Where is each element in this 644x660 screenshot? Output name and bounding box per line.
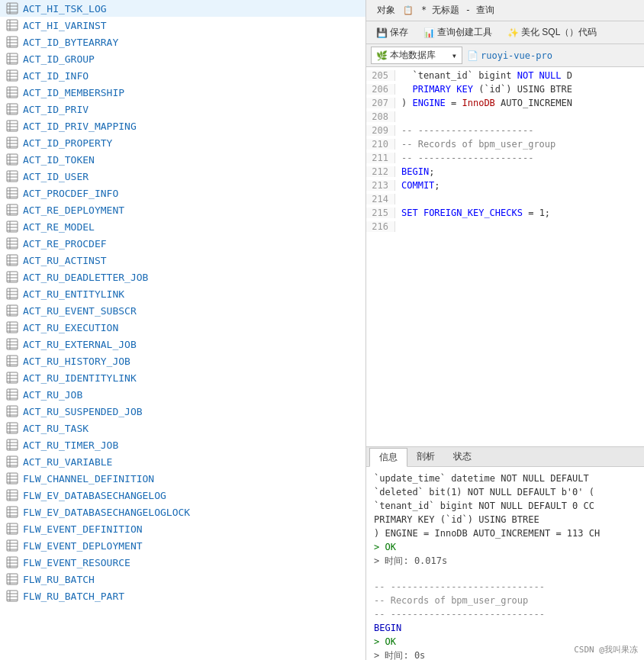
query-tab[interactable]: * 无标题 - 查询 (417, 2, 499, 18)
code-line: 209 -- --------------------- (366, 125, 644, 139)
table-list-item[interactable]: FLW_EV_DATABASECHANGELOGLOCK (0, 504, 365, 520)
table-list-item[interactable]: ACT_RE_MODEL (0, 218, 365, 235)
table-icon (6, 304, 18, 317)
table-name: ACT_ID_USER (23, 171, 89, 182)
table-list-item[interactable]: ACT_RU_VARIABLE (0, 453, 365, 470)
code-line: 207 ) ENGINE = InnoDB AUTO_INCREMEN (366, 98, 644, 111)
bottom-panel: 信息剖析状态 `update_time` datetime NOT NULL D… (366, 446, 644, 660)
table-list-item[interactable]: ACT_RE_PROCDEF (0, 235, 365, 252)
table-list-item[interactable]: FLW_RU_BATCH (0, 571, 365, 588)
code-line: 216 (366, 221, 644, 235)
table-list-item[interactable]: ACT_RE_DEPLOYMENT (0, 201, 365, 218)
table-name: ACT_HI_VARINST (23, 20, 107, 31)
table-name: ACT_RU_EXTERNAL_JOB (23, 339, 137, 350)
local-db-label: 本地数据库 (390, 49, 436, 62)
table-list-item[interactable]: FLW_CHANNEL_DEFINITION (0, 470, 365, 487)
table-list-item[interactable]: ACT_ID_BYTEARRAY (0, 34, 365, 50)
table-icon (6, 120, 18, 132)
table-list-item[interactable]: ACT_ID_PRIV (0, 101, 365, 118)
line-number: 212 (366, 166, 395, 177)
table-list-item[interactable]: FLW_EV_DATABASECHANGELOG (0, 487, 365, 504)
table-list-item[interactable]: ACT_RU_ENTITYLINK (0, 285, 365, 302)
table-list-item[interactable]: ACT_ID_INFO (0, 67, 365, 84)
table-list-scroll[interactable]: ACT_HI_TSK_LOG ACT_HI_VARINST ACT_ID_BYT… (0, 0, 365, 660)
db-name-label: 📄 ruoyi-vue-pro (467, 50, 552, 61)
table-list-item[interactable]: ACT_ID_TOKEN (0, 151, 365, 168)
table-name: ACT_RE_MODEL (23, 221, 95, 233)
table-icon (6, 103, 18, 115)
beautify-button[interactable]: ✨ 美化 SQL（）代码 (502, 24, 602, 41)
table-name: ACT_ID_BYTEARRAY (23, 37, 118, 48)
table-list-item[interactable]: FLW_EVENT_DEFINITION (0, 520, 365, 537)
table-list-item[interactable]: ACT_ID_GROUP (0, 50, 365, 67)
table-list-item[interactable]: ACT_ID_PROPERTY (0, 134, 365, 151)
bottom-content-line (374, 568, 636, 580)
separator: 📋 (403, 5, 414, 15)
table-name: ACT_ID_PRIV (23, 104, 89, 115)
line-number: 214 (366, 194, 395, 204)
table-icon (6, 539, 18, 552)
table-name: ACT_ID_TOKEN (23, 154, 95, 166)
save-button[interactable]: 💾 保存 (371, 24, 414, 41)
table-name: FLW_EV_DATABASECHANGELOG (23, 490, 166, 501)
local-db-select[interactable]: 🌿 本地数据库 ▾ (371, 47, 462, 64)
table-icon (6, 19, 18, 31)
table-list-item[interactable]: ACT_RU_ACTINST (0, 252, 365, 269)
table-icon (6, 590, 18, 602)
table-icon (6, 254, 18, 266)
table-name: ACT_RU_TIMER_JOB (23, 439, 118, 451)
table-list-item[interactable]: ACT_RU_TASK (0, 420, 365, 436)
bottom-tab[interactable]: 信息 (369, 448, 407, 467)
table-icon (6, 170, 18, 182)
left-panel: ACT_HI_TSK_LOG ACT_HI_VARINST ACT_ID_BYT… (0, 0, 366, 660)
table-list-item[interactable]: ACT_HI_VARINST (0, 17, 365, 34)
db-name-text: ruoyi-vue-pro (481, 50, 552, 61)
query-tool-label: 查询创建工具 (437, 26, 492, 39)
table-list-item[interactable]: ACT_RU_EVENT_SUBSCR (0, 302, 365, 319)
table-list-item[interactable]: ACT_RU_IDENTITYLINK (0, 369, 365, 386)
table-list-item[interactable]: ACT_RU_EXTERNAL_JOB (0, 336, 365, 353)
line-number: 215 (366, 208, 395, 218)
line-number: 216 (366, 221, 395, 232)
bottom-content-line: `update_time` datetime NOT NULL DEFAULT (374, 472, 636, 485)
code-line: 214 (366, 194, 644, 208)
table-list-item[interactable]: ACT_PROCDEF_INFO (0, 185, 365, 201)
table-list-item[interactable]: ACT_RU_JOB (0, 386, 365, 403)
line-content: ) ENGINE = InnoDB AUTO_INCREMEN (401, 98, 644, 108)
table-icon (6, 472, 18, 485)
code-lines-scroll[interactable]: 205 `tenant_id` bigint NOT NULL D 206 PR… (366, 67, 644, 446)
code-line: 215 SET FOREIGN_KEY_CHECKS = 1; (366, 208, 644, 221)
table-icon (6, 36, 18, 48)
bottom-tab[interactable]: 剖析 (407, 448, 444, 465)
bottom-tabs: 信息剖析状态 (366, 447, 644, 467)
table-list-item[interactable]: ACT_RU_DEADLETTER_JOB (0, 269, 365, 285)
table-icon (6, 86, 18, 98)
table-name: ACT_ID_MEMBERSHIP (23, 87, 124, 98)
bottom-content-line: -- ---------------------------- (374, 580, 636, 594)
table-list-item[interactable]: ACT_ID_PRIV_MAPPING (0, 118, 365, 134)
table-list-item[interactable]: ACT_HI_TSK_LOG (0, 0, 365, 17)
bottom-tab[interactable]: 状态 (444, 448, 481, 465)
code-line: 205 `tenant_id` bigint NOT NULL D (366, 70, 644, 84)
table-list-item[interactable]: FLW_EVENT_RESOURCE (0, 554, 365, 571)
table-list-item[interactable]: ACT_ID_MEMBERSHIP (0, 84, 365, 101)
table-icon (6, 372, 18, 384)
table-list-item[interactable]: ACT_RU_HISTORY_JOB (0, 353, 365, 369)
table-icon (6, 288, 18, 300)
table-list-item[interactable]: ACT_RU_SUSPENDED_JOB (0, 403, 365, 420)
table-list-item[interactable]: ACT_RU_EXECUTION (0, 319, 365, 336)
object-tab[interactable]: 对象 (372, 2, 400, 18)
line-content: BEGIN; (401, 166, 644, 177)
table-icon (6, 204, 18, 216)
query-tool-button[interactable]: 📊 查询创建工具 (418, 24, 497, 41)
table-icon (6, 456, 18, 468)
table-list-item[interactable]: FLW_EVENT_DEPLOYMENT (0, 537, 365, 554)
table-list-item[interactable]: ACT_RU_TIMER_JOB (0, 436, 365, 453)
table-list-item[interactable]: ACT_ID_USER (0, 168, 365, 185)
table-list-item[interactable]: FLW_RU_BATCH_PART (0, 588, 365, 604)
table-icon (6, 321, 18, 333)
table-icon (6, 355, 18, 367)
line-number: 206 (366, 84, 395, 95)
db-icon: 🌿 (376, 50, 388, 61)
table-name: ACT_RU_JOB (23, 389, 82, 401)
